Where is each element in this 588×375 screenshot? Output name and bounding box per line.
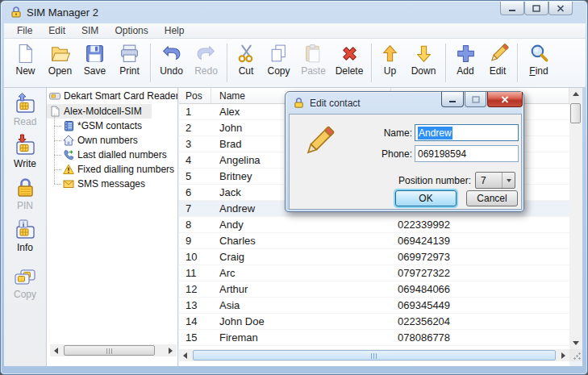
position-number-select[interactable]: 7 bbox=[475, 172, 515, 189]
read-button[interactable]: Read bbox=[5, 92, 45, 134]
padlock-icon bbox=[13, 176, 37, 200]
info-button[interactable]: i Info bbox=[5, 218, 45, 260]
table-row[interactable]: 10Craig069972973 bbox=[179, 249, 569, 265]
save-button[interactable]: Save bbox=[77, 41, 112, 85]
big-pencil-icon bbox=[301, 125, 335, 159]
pin-button[interactable]: PIN bbox=[5, 176, 45, 218]
resize-grip-icon[interactable] bbox=[573, 352, 581, 360]
down-label: Down bbox=[411, 65, 436, 77]
copy-sim-button[interactable]: Copy bbox=[5, 265, 45, 306]
minimize-icon bbox=[508, 5, 516, 12]
table-row[interactable]: 14John Doe022356204 bbox=[179, 314, 569, 330]
tree-item-fixed-dialling[interactable]: Fixed dialling numbers bbox=[47, 162, 177, 177]
phone-label: Phone: bbox=[338, 148, 412, 160]
redo-label: Redo bbox=[194, 65, 218, 77]
tree-item-card-reader[interactable]: Dekart Smart Card Reader ( bbox=[47, 89, 177, 103]
card-reader-icon bbox=[49, 90, 60, 102]
maximize-button[interactable] bbox=[524, 2, 548, 15]
redo-button[interactable]: Redo bbox=[189, 41, 223, 85]
add-button[interactable]: Add bbox=[449, 41, 482, 85]
position-number-label: Position number: bbox=[306, 175, 471, 186]
ok-button[interactable]: OK bbox=[395, 190, 457, 206]
combo-dropdown-button[interactable] bbox=[502, 173, 515, 188]
delete-label: Delete bbox=[336, 65, 364, 77]
sim-copy-icon bbox=[13, 265, 37, 289]
write-button[interactable]: Write bbox=[5, 134, 45, 176]
dialog-close-button[interactable] bbox=[487, 92, 523, 107]
scroll-up-button[interactable] bbox=[569, 88, 582, 100]
phone-field[interactable]: 069198594 bbox=[415, 145, 519, 162]
table-horizontal-scrollbar[interactable] bbox=[179, 349, 569, 361]
cut-button[interactable]: Cut bbox=[231, 41, 261, 85]
pin-label: PIN bbox=[17, 200, 33, 211]
scroll-right-button[interactable] bbox=[165, 344, 177, 356]
scroll-down-button[interactable] bbox=[569, 337, 582, 349]
sim-info-icon: i bbox=[13, 218, 37, 242]
scroll-left-button[interactable] bbox=[50, 344, 62, 356]
phone-icon bbox=[63, 149, 74, 160]
phone-value: 069198594 bbox=[418, 148, 466, 160]
scroll-right-button[interactable] bbox=[557, 349, 569, 361]
save-floppy-icon bbox=[84, 43, 106, 65]
menu-file[interactable]: File bbox=[9, 23, 40, 39]
copy-label: Copy bbox=[14, 289, 36, 300]
table-row[interactable]: 8Andy022339992 bbox=[179, 217, 569, 233]
new-page-icon bbox=[15, 43, 36, 65]
tree-item-last-dialled[interactable]: Last dialled numbers bbox=[47, 148, 177, 162]
toolbar-separator bbox=[371, 44, 372, 82]
tree-label: SMS messages bbox=[77, 178, 145, 190]
new-button[interactable]: New bbox=[8, 41, 43, 85]
dialog-title-bar[interactable]: Edit contact bbox=[286, 92, 523, 114]
delete-button[interactable]: Delete bbox=[331, 41, 368, 85]
document-icon bbox=[49, 106, 60, 117]
tree-item-sms[interactable]: SMS messages bbox=[47, 177, 177, 191]
cut-label: Cut bbox=[239, 65, 254, 77]
edit-button[interactable]: Edit bbox=[482, 41, 514, 85]
copy-button[interactable]: Copy bbox=[261, 41, 296, 85]
edit-contact-dialog: Edit contact bbox=[285, 91, 524, 212]
menu-options[interactable]: Options bbox=[106, 23, 156, 39]
down-button[interactable]: Down bbox=[405, 41, 442, 85]
copy-label: Copy bbox=[267, 65, 290, 77]
cancel-button[interactable]: Cancel bbox=[466, 190, 518, 206]
menu-sim[interactable]: SIM bbox=[73, 23, 106, 39]
paste-button[interactable]: Paste bbox=[296, 41, 331, 85]
printer-icon bbox=[119, 43, 140, 65]
table-row[interactable]: 15Fireman078086778 bbox=[179, 330, 569, 346]
table-vscrollbar-thumb[interactable] bbox=[570, 103, 581, 123]
undo-icon bbox=[161, 43, 182, 65]
scroll-left-button[interactable] bbox=[179, 349, 191, 361]
table-scrollbar-thumb[interactable] bbox=[193, 350, 556, 360]
table-row[interactable]: 9Charles069424139 bbox=[179, 233, 569, 249]
thumb-grip bbox=[106, 348, 113, 354]
column-header-pos[interactable]: Pos bbox=[179, 88, 211, 103]
open-button[interactable]: Open bbox=[43, 41, 77, 85]
up-button[interactable]: Up bbox=[375, 41, 405, 85]
tree-item-gsm-contacts[interactable]: *GSM contacts bbox=[47, 119, 177, 133]
close-button[interactable] bbox=[548, 2, 573, 15]
info-label: Info bbox=[17, 242, 33, 253]
tree-scrollbar-thumb[interactable] bbox=[64, 345, 155, 356]
menu-help[interactable]: Help bbox=[156, 23, 193, 39]
tree-item-own-numbers[interactable]: Own numbers bbox=[47, 133, 177, 148]
minimize-button[interactable] bbox=[500, 2, 524, 15]
dialog-minimize-button[interactable] bbox=[441, 92, 464, 107]
toolbar-separator bbox=[227, 44, 227, 82]
find-button[interactable]: Find bbox=[521, 41, 557, 85]
tree-horizontal-scrollbar[interactable] bbox=[50, 344, 177, 356]
tree-item-sim[interactable]: Alex-Moldcell-SIM bbox=[47, 104, 152, 119]
pencil-icon bbox=[487, 43, 509, 65]
menu-edit[interactable]: Edit bbox=[40, 23, 73, 39]
name-field[interactable]: Andrew bbox=[415, 124, 519, 141]
table-vertical-scrollbar[interactable] bbox=[569, 88, 582, 349]
table-row[interactable]: 13Asia069345449 bbox=[179, 298, 569, 314]
toolbar-separator bbox=[517, 44, 518, 82]
table-row[interactable]: 11Arc079727322 bbox=[179, 265, 569, 281]
title-bar[interactable]: SIM Manager 2 bbox=[1, 1, 588, 23]
tree-label: Alex-Moldcell-SIM bbox=[64, 106, 142, 117]
up-arrow-icon bbox=[379, 43, 401, 65]
print-button[interactable]: Print bbox=[112, 41, 147, 85]
undo-button[interactable]: Undo bbox=[154, 41, 189, 85]
dialog-maximize-button[interactable] bbox=[465, 92, 486, 107]
table-row[interactable]: 12Arthur069484066 bbox=[179, 281, 569, 298]
